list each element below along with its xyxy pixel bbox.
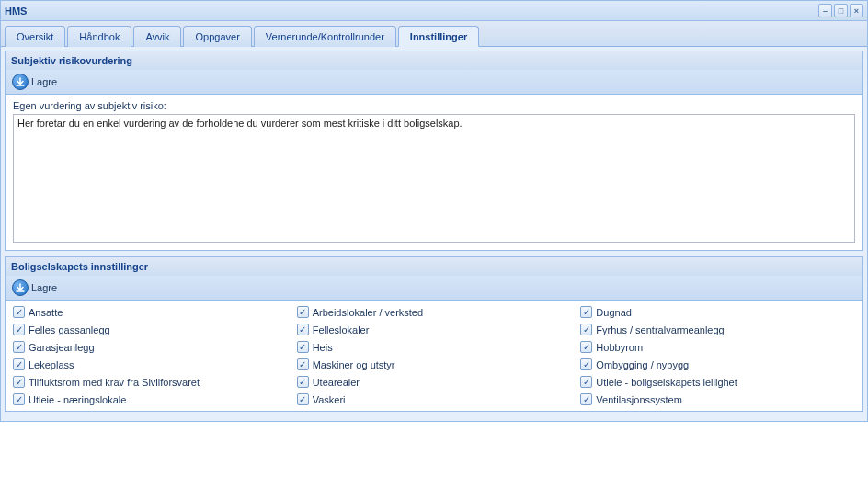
- checkbox-item: ✓Arbeidslokaler / verksted: [297, 306, 572, 318]
- panel-settings: Boligselskapets innstillinger Lagre ✓Ans…: [5, 256, 863, 412]
- tabstrip: OversiktHåndbokAvvikOppgaverVernerunde/K…: [1, 21, 867, 47]
- checkbox-label: Vaskeri: [313, 394, 346, 405]
- save-icon: [12, 279, 29, 296]
- checkbox[interactable]: ✓: [580, 393, 592, 405]
- panel-settings-toolbar: Lagre: [5, 276, 863, 300]
- checkbox[interactable]: ✓: [297, 376, 309, 388]
- checkbox-item: ✓Utleie - boligselskapets leilighet: [580, 376, 855, 388]
- checkbox-item: ✓Tilfluktsrom med krav fra Sivilforsvare…: [13, 376, 288, 388]
- checkbox-label: Arbeidslokaler / verksted: [313, 307, 423, 318]
- checkbox[interactable]: ✓: [297, 358, 309, 370]
- checkbox[interactable]: ✓: [580, 341, 592, 353]
- checkbox-label: Utearealer: [313, 377, 360, 388]
- checkbox-item: ✓Heis: [297, 341, 572, 353]
- checkbox[interactable]: ✓: [297, 324, 309, 335]
- close-button[interactable]: ×: [850, 4, 863, 17]
- checkbox-item: ✓Hobbyrom: [580, 341, 855, 353]
- tab-avvik[interactable]: Avvik: [133, 26, 181, 47]
- checkbox-label: Garasjeanlegg: [29, 342, 95, 353]
- checkbox-item: ✓Ansatte: [13, 306, 288, 318]
- tab-innstillinger[interactable]: Innstillinger: [398, 26, 479, 47]
- checkbox[interactable]: ✓: [580, 358, 592, 370]
- minimize-button[interactable]: –: [818, 4, 832, 17]
- checkbox-item: ✓Maskiner og utstyr: [297, 358, 572, 370]
- titlebar: HMS – □ ×: [1, 1, 867, 21]
- checkbox-label: Fyrhus / sentralvarmeanlegg: [596, 324, 724, 335]
- checkbox-label: Lekeplass: [29, 359, 74, 370]
- save-button-settings[interactable]: Lagre: [9, 278, 60, 297]
- checkbox[interactable]: ✓: [13, 358, 25, 370]
- checkbox-item: ✓Utearealer: [297, 376, 572, 388]
- tab-h-ndbok[interactable]: Håndbok: [67, 26, 131, 47]
- panel-risk-body: Egen vurdering av subjektiv risiko:: [5, 94, 863, 251]
- checkbox-item: ✓Ventilasjonssystem: [580, 393, 855, 405]
- checkbox[interactable]: ✓: [297, 306, 309, 318]
- window: HMS – □ × OversiktHåndbokAvvikOppgaverVe…: [0, 0, 868, 422]
- tab-oversikt[interactable]: Oversikt: [5, 26, 65, 47]
- tab-vernerunde-kontrollrunder[interactable]: Vernerunde/Kontrollrunder: [254, 26, 396, 47]
- tab-content: Subjektiv risikovurdering Lagre Egen vur…: [1, 47, 867, 421]
- panel-risk-header: Subjektiv risikovurdering: [5, 51, 863, 70]
- checkbox[interactable]: ✓: [580, 324, 592, 335]
- checkbox[interactable]: ✓: [13, 376, 25, 388]
- checkbox-item: ✓Vaskeri: [297, 393, 572, 405]
- checkbox[interactable]: ✓: [297, 393, 309, 405]
- checkbox[interactable]: ✓: [13, 341, 25, 353]
- checkbox-label: Ventilasjonssystem: [596, 394, 682, 405]
- checkbox[interactable]: ✓: [580, 306, 592, 318]
- save-button-risk[interactable]: Lagre: [9, 73, 60, 91]
- panel-risk-assessment: Subjektiv risikovurdering Lagre Egen vur…: [5, 51, 863, 251]
- panel-risk-toolbar: Lagre: [5, 70, 863, 94]
- checkbox-label: Utleie - næringslokale: [29, 394, 126, 405]
- checkbox-item: ✓Felleslokaler: [297, 324, 572, 335]
- checkbox-label: Felles gassanlegg: [29, 324, 110, 335]
- panel-settings-header: Boligselskapets innstillinger: [5, 256, 863, 276]
- checkbox-item: ✓Felles gassanlegg: [13, 324, 288, 335]
- save-button-risk-label: Lagre: [31, 76, 57, 87]
- checkbox-item: ✓Utleie - næringslokale: [13, 393, 288, 405]
- risk-field-label: Egen vurdering av subjektiv risiko:: [13, 100, 855, 111]
- tab-oppgaver[interactable]: Oppgaver: [183, 26, 251, 47]
- checkbox-grid: ✓Ansatte✓Arbeidslokaler / verksted✓Dugna…: [13, 306, 855, 405]
- checkbox-label: Dugnad: [596, 307, 632, 318]
- panel-settings-body: ✓Ansatte✓Arbeidslokaler / verksted✓Dugna…: [5, 300, 863, 412]
- checkbox-item: ✓Ombygging / nybygg: [580, 358, 855, 370]
- checkbox-label: Ansatte: [29, 307, 63, 318]
- maximize-button[interactable]: □: [834, 4, 848, 17]
- checkbox-label: Maskiner og utstyr: [313, 359, 395, 370]
- checkbox[interactable]: ✓: [297, 341, 309, 353]
- titlebar-buttons: – □ ×: [818, 4, 863, 17]
- checkbox-item: ✓Lekeplass: [13, 358, 288, 370]
- checkbox-label: Utleie - boligselskapets leilighet: [596, 377, 737, 388]
- checkbox-label: Hobbyrom: [596, 342, 643, 353]
- checkbox[interactable]: ✓: [13, 393, 25, 405]
- checkbox[interactable]: ✓: [13, 306, 25, 318]
- checkbox-label: Heis: [313, 342, 333, 353]
- checkbox-item: ✓Fyrhus / sentralvarmeanlegg: [580, 324, 855, 335]
- window-title: HMS: [5, 6, 818, 17]
- checkbox-item: ✓Dugnad: [580, 306, 855, 318]
- save-icon: [12, 74, 29, 90]
- risk-textarea[interactable]: [13, 114, 855, 243]
- checkbox-label: Ombygging / nybygg: [596, 359, 689, 370]
- checkbox[interactable]: ✓: [580, 376, 592, 388]
- checkbox-label: Tilfluktsrom med krav fra Sivilforsvaret: [29, 377, 200, 388]
- checkbox-item: ✓Garasjeanlegg: [13, 341, 288, 353]
- checkbox[interactable]: ✓: [13, 324, 25, 335]
- save-button-settings-label: Lagre: [31, 282, 57, 293]
- checkbox-label: Felleslokaler: [313, 324, 370, 335]
